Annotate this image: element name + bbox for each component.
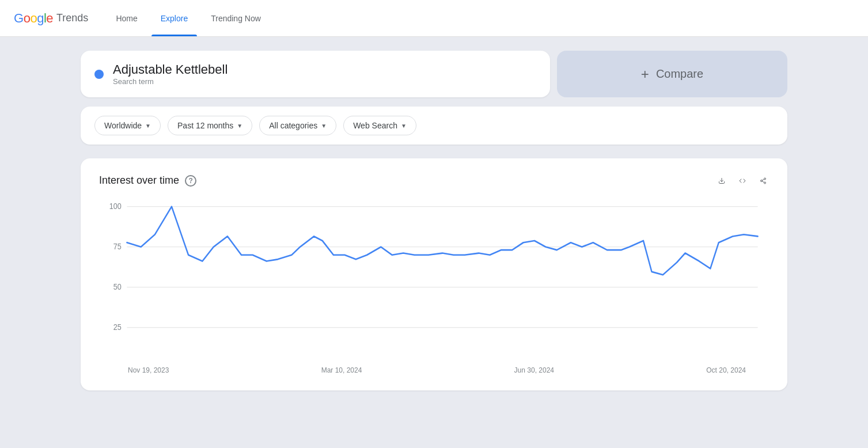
categories-filter-label: All categories	[269, 121, 317, 130]
share-icon[interactable]	[757, 175, 769, 187]
x-axis-labels: Nov 19, 2023 Mar 10, 2024 Jun 30, 2024 O…	[99, 362, 769, 374]
chart-title: Interest over time	[99, 174, 179, 187]
search-dot	[94, 70, 104, 79]
main-nav: Home Explore Trending Now	[107, 0, 270, 36]
search-compare-row: Adjustable Kettlebell Search term + Comp…	[81, 51, 787, 97]
nav-item-trending[interactable]: Trending Now	[202, 0, 270, 36]
download-icon[interactable]	[716, 175, 727, 187]
header: Google Trends Home Explore Trending Now	[0, 0, 868, 37]
compare-box[interactable]: + Compare	[557, 51, 787, 97]
svg-text:100: 100	[109, 202, 122, 211]
chart-header: Interest over time ?	[99, 174, 769, 187]
chart-area: 100 75 50 25	[99, 200, 769, 362]
svg-text:25: 25	[113, 322, 122, 332]
svg-text:50: 50	[113, 282, 122, 291]
help-icon[interactable]: ?	[185, 175, 196, 187]
categories-filter[interactable]: All categories ▼	[259, 116, 336, 135]
timerange-filter-label: Past 12 months	[177, 121, 233, 130]
location-filter-label: Worldwide	[104, 121, 142, 130]
x-label-1: Nov 19, 2023	[128, 366, 169, 374]
x-label-2: Mar 10, 2024	[321, 366, 362, 374]
search-box[interactable]: Adjustable Kettlebell Search term	[81, 51, 550, 97]
trends-logo-text: Trends	[56, 12, 88, 24]
chart-line	[127, 207, 757, 275]
location-chevron-icon: ▼	[145, 123, 151, 129]
google-logo: Google	[14, 11, 53, 26]
location-filter[interactable]: Worldwide ▼	[94, 116, 161, 135]
search-term-label: Search term	[113, 77, 228, 86]
nav-item-home[interactable]: Home	[107, 0, 146, 36]
x-label-4: Oct 20, 2024	[706, 366, 746, 374]
logo-area: Google Trends	[14, 11, 88, 26]
searchtype-filter[interactable]: Web Search ▼	[343, 116, 416, 135]
search-term-text: Adjustable Kettlebell	[113, 62, 228, 77]
interest-chart: 100 75 50 25	[99, 200, 769, 362]
svg-line-4	[762, 181, 764, 182]
categories-chevron-icon: ▼	[321, 123, 327, 129]
main-content: Adjustable Kettlebell Search term + Comp…	[0, 37, 868, 404]
searchtype-filter-label: Web Search	[353, 121, 397, 130]
filter-row: Worldwide ▼ Past 12 months ▼ All categor…	[81, 107, 787, 145]
searchtype-chevron-icon: ▼	[401, 123, 407, 129]
nav-item-explore[interactable]: Explore	[151, 0, 197, 36]
chart-title-area: Interest over time ?	[99, 174, 196, 187]
embed-icon[interactable]	[737, 175, 748, 187]
chart-card: Interest over time ?	[81, 158, 787, 390]
compare-plus-icon: +	[641, 66, 649, 82]
svg-text:75: 75	[113, 242, 122, 251]
timerange-chevron-icon: ▼	[237, 123, 242, 129]
chart-actions	[716, 175, 769, 187]
compare-text: Compare	[656, 67, 703, 81]
timerange-filter[interactable]: Past 12 months ▼	[168, 116, 252, 135]
search-term-info: Adjustable Kettlebell Search term	[113, 62, 228, 86]
svg-line-5	[762, 179, 764, 180]
x-label-3: Jun 30, 2024	[514, 366, 554, 374]
